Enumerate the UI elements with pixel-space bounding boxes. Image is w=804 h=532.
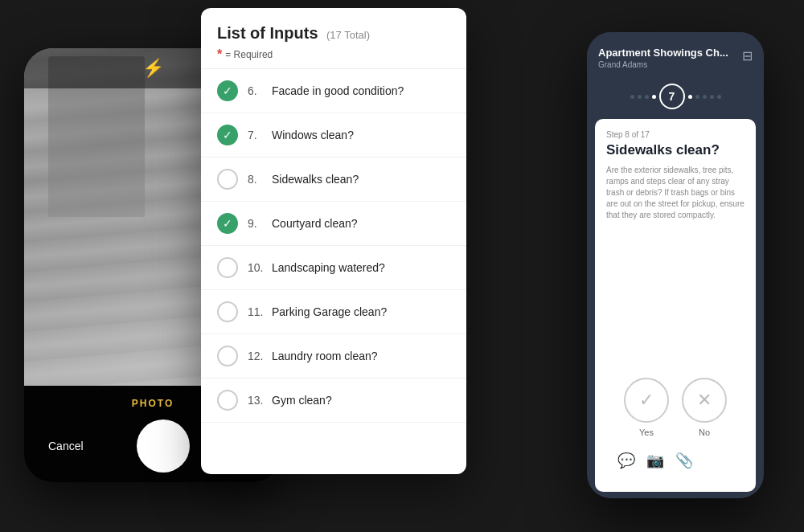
item-label: Parking Garage clean? — [272, 305, 387, 318]
step-dot — [695, 95, 699, 99]
item-label: Facade in good condition? — [272, 84, 404, 97]
photo-icon[interactable]: 📷 — [646, 452, 664, 469]
question-title: Sidewalks clean? — [606, 142, 745, 158]
item-number: 7. — [248, 129, 272, 141]
step-dot-active: 7 — [659, 84, 685, 109]
item-label: Laundry room clean? — [272, 350, 378, 362]
check-empty-icon — [217, 390, 238, 411]
item-number: 10. — [248, 261, 272, 274]
chat-icon[interactable]: 💬 — [617, 452, 635, 469]
required-label: = Required — [225, 49, 273, 60]
list-item[interactable]: ✓ 7. Windows clean? — [201, 113, 466, 158]
list-item[interactable]: 8. Sidewalks clean? — [201, 158, 466, 202]
yes-label: Yes — [639, 428, 654, 437]
check-icon: ✓ — [217, 80, 238, 101]
item-label: Windows clean? — [272, 129, 354, 141]
step-dot — [630, 95, 634, 99]
item-number: 8. — [248, 173, 272, 186]
list-item[interactable]: 10. Landscaping watered? — [201, 246, 466, 290]
no-circle[interactable]: ✕ — [682, 378, 727, 423]
check-icon: ✓ — [217, 213, 238, 234]
attach-icon[interactable]: 📎 — [675, 452, 693, 469]
step-label: Step 8 of 17 — [606, 130, 745, 139]
step-indicator: 7 — [587, 77, 764, 113]
item-number: 6. — [248, 84, 272, 97]
answer-options: ✓ Yes ✕ No — [606, 378, 745, 437]
inputs-panel: List of Inputs (17 Total) * = Required ✓… — [201, 8, 466, 474]
yes-circle[interactable]: ✓ — [624, 378, 669, 423]
required-dot-icon: * — [217, 47, 222, 62]
menu-icon[interactable]: ⊟ — [742, 48, 753, 63]
question-description: Are the exterior sidewalks, tree pits, r… — [606, 165, 745, 221]
check-empty-icon — [217, 257, 238, 278]
mobile-question-card: Step 8 of 17 Sidewalks clean? Are the ex… — [595, 119, 756, 492]
mobile-title: Apartment Showings Ch... — [598, 47, 728, 59]
inputs-list: ✓ 6. Facade in good condition? ✓ 7. Wind… — [201, 69, 466, 471]
item-label: Courtyard clean? — [272, 217, 358, 230]
check-empty-icon — [217, 169, 238, 190]
step-dot — [638, 95, 642, 99]
step-dot — [703, 95, 707, 99]
mobile-header: Apartment Showings Ch... Grand Adams ⊟ — [587, 32, 764, 77]
list-item[interactable]: 12. Laundry room clean? — [201, 334, 466, 379]
inputs-panel-count: (17 Total) — [326, 29, 370, 41]
check-icon: ✓ — [217, 125, 238, 145]
item-label: Sidewalks clean? — [272, 173, 359, 186]
inputs-panel-title: List of Inputs — [217, 24, 318, 42]
check-empty-icon — [217, 301, 238, 322]
camera-cancel-button[interactable]: Cancel — [48, 440, 84, 452]
step-dot — [717, 95, 721, 99]
camera-shutter-button[interactable] — [139, 422, 187, 470]
inputs-panel-header: List of Inputs (17 Total) * = Required — [201, 8, 466, 69]
list-item[interactable]: ✓ 9. Courtyard clean? — [201, 202, 466, 246]
flash-icon: ⚡ — [142, 58, 164, 79]
inputs-panel-title-row: List of Inputs (17 Total) — [217, 24, 450, 43]
item-number: 13. — [248, 394, 272, 407]
mobile-screen: Apartment Showings Ch... Grand Adams ⊟ 7… — [587, 32, 764, 498]
step-dot — [652, 95, 656, 99]
check-empty-icon — [217, 346, 238, 366]
camera-mode-label: PHOTO — [132, 398, 174, 409]
list-item[interactable]: 11. Parking Garage clean? — [201, 290, 466, 334]
item-number: 12. — [248, 350, 272, 362]
no-label: No — [699, 428, 710, 437]
yes-option[interactable]: ✓ Yes — [624, 378, 669, 437]
step-dot — [645, 95, 649, 99]
list-item[interactable]: ✓ 6. Facade in good condition? — [201, 69, 466, 113]
item-label: Landscaping watered? — [272, 261, 385, 274]
list-item[interactable]: 13. Gym clean? — [201, 379, 466, 423]
item-number: 9. — [248, 217, 272, 230]
step-dot — [710, 95, 714, 99]
mobile-footer-icons: 💬 📷 📎 — [606, 445, 745, 481]
required-legend: * = Required — [217, 47, 450, 62]
item-label: Gym clean? — [272, 394, 332, 407]
mobile-subtitle: Grand Adams — [598, 60, 728, 69]
mobile-header-text: Apartment Showings Ch... Grand Adams — [598, 47, 728, 69]
item-number: 11. — [248, 305, 272, 318]
step-dot — [688, 95, 692, 99]
no-option[interactable]: ✕ No — [682, 378, 727, 437]
